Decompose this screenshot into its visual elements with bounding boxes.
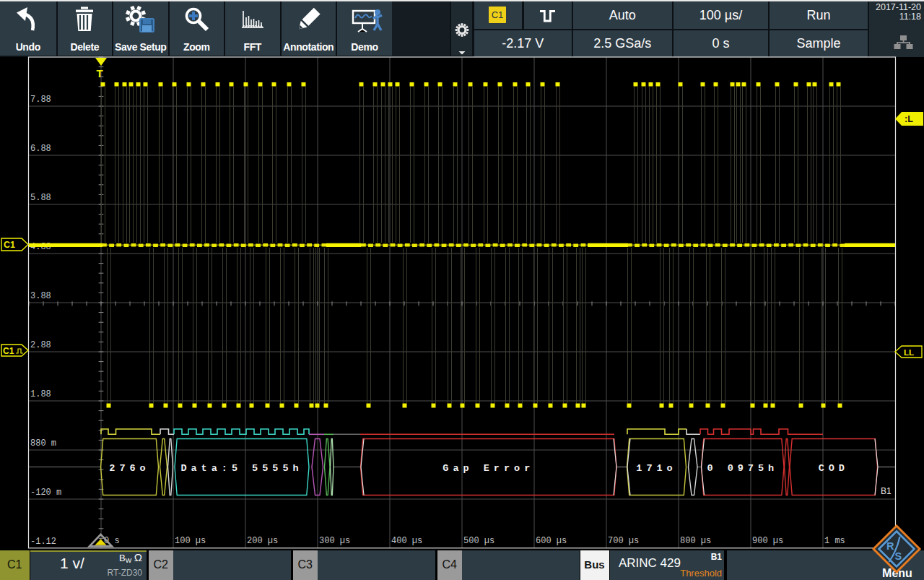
svg-text:7.88: 7.88 [30, 95, 51, 105]
svg-text:880 m: 880 m [30, 438, 56, 449]
svg-text:S: S [895, 550, 902, 562]
svg-text:-1.12: -1.12 [30, 537, 56, 547]
svg-text:R: R [886, 540, 894, 552]
svg-text:LL: LL [904, 348, 914, 357]
svg-text:COD: COD [819, 463, 849, 474]
svg-text:T: T [97, 67, 103, 79]
svg-text:2.88: 2.88 [30, 340, 51, 350]
svg-text:100 µs: 100 µs [175, 536, 206, 546]
svg-text:400 µs: 400 µs [391, 536, 422, 546]
svg-text:1.88: 1.88 [30, 389, 51, 399]
svg-text::L: :L [905, 114, 913, 124]
svg-text:C1: C1 [4, 240, 15, 250]
svg-text:1 ms: 1 ms [824, 536, 845, 546]
svg-text:276o: 276o [109, 463, 149, 474]
svg-text:700 µs: 700 µs [608, 536, 639, 546]
svg-text:Gap Error: Gap Error [443, 463, 534, 474]
svg-text:300 µs: 300 µs [319, 536, 350, 546]
svg-text:171o: 171o [636, 463, 676, 474]
svg-text:200 µs: 200 µs [247, 536, 278, 546]
svg-text:5.88: 5.88 [30, 193, 51, 203]
svg-text:3.88: 3.88 [30, 291, 51, 301]
svg-text:0 0975h: 0 0975h [707, 463, 778, 474]
svg-text:500 µs: 500 µs [463, 536, 494, 546]
svg-text:-120 m: -120 m [30, 488, 61, 498]
svg-text:6.88: 6.88 [30, 144, 51, 154]
svg-text:900 µs: 900 µs [752, 536, 783, 546]
svg-text:Data:5 5555h: Data:5 5555h [180, 463, 302, 474]
svg-text:B1: B1 [881, 486, 892, 496]
svg-text:C1: C1 [3, 346, 14, 356]
svg-text:800 µs: 800 µs [680, 536, 711, 546]
svg-text:600 µs: 600 µs [536, 536, 567, 546]
